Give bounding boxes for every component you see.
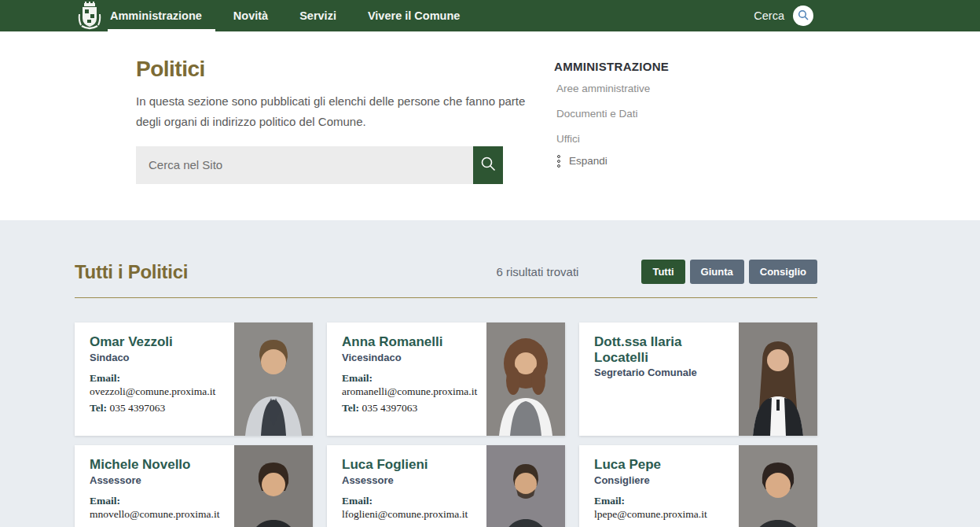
person-name: Luca Pepe xyxy=(594,457,732,473)
person-contact: Email: ovezzoli@comune.proxima.it Tel: 0… xyxy=(90,371,228,415)
person-photo xyxy=(234,322,313,436)
person-email: mnovello@comune.proxima.it xyxy=(90,508,219,520)
navbar-search-button[interactable] xyxy=(793,6,813,26)
site-search-bar xyxy=(136,146,503,184)
sidebar-expand-button[interactable]: Espandi xyxy=(554,155,758,168)
person-contact: Email: lpepe@comune.proxima.it Tel: 035 … xyxy=(594,494,732,527)
person-name: Michele Novello xyxy=(90,457,228,473)
person-role: Vicesindaco xyxy=(342,352,480,363)
person-name: Dott.ssa Ilaria Locatelli xyxy=(594,334,732,365)
magnifier-icon xyxy=(798,9,809,23)
page-title: Politici xyxy=(136,57,545,82)
person-email: ovezzoli@comune.proxima.it xyxy=(90,385,215,397)
person-role: Consigliere xyxy=(594,474,732,486)
person-photo xyxy=(486,445,565,527)
kebab-dots-icon xyxy=(554,155,560,168)
politician-card[interactable]: Luca Foglieni Assessore Email: lfoglieni… xyxy=(327,445,565,527)
person-email: aromanelli@comune.proxima.it xyxy=(342,385,477,397)
results-count: 6 risultati trovati xyxy=(496,265,578,278)
page-header-section: Politici In questa sezione sono pubblica… xyxy=(0,31,980,220)
politicians-results-section: Tutti i Politici 6 risultati trovati Tut… xyxy=(0,220,980,527)
sidebar-heading: AMMINISTRAZIONE xyxy=(554,60,758,73)
politician-card[interactable]: Luca Pepe Consigliere Email: lpepe@comun… xyxy=(579,445,817,527)
person-role: Segretario Comunale xyxy=(594,367,732,378)
person-role: Sindaco xyxy=(90,352,228,363)
nav-item-amministrazione[interactable]: Amministrazione xyxy=(110,0,202,31)
politician-card[interactable]: Omar Vezzoli Sindaco Email: ovezzoli@com… xyxy=(75,322,313,436)
divider xyxy=(75,297,817,298)
nav-item-novita[interactable]: Novità xyxy=(233,0,268,31)
page-intro: Politici In questa sezione sono pubblica… xyxy=(136,57,545,184)
person-tel: 035 4397063 xyxy=(362,402,417,414)
filter-button-giunta[interactable]: Giunta xyxy=(690,260,744,284)
sidebar-link-aree-amministrative[interactable]: Aree amministrative xyxy=(554,80,758,98)
tel-label: Tel: xyxy=(342,402,359,414)
person-contact: Email: aromanelli@comune.proxima.it Tel:… xyxy=(342,371,480,415)
results-header: Tutti i Politici 6 risultati trovati Tut… xyxy=(75,260,817,284)
filter-buttons: Tutti Giunta Consiglio xyxy=(641,260,817,284)
email-label: Email: xyxy=(342,495,373,507)
email-label: Email: xyxy=(90,495,120,507)
municipality-crest-logo xyxy=(77,2,102,31)
person-tel: 035 4397063 xyxy=(109,402,165,414)
person-tel: 035 4397063 xyxy=(614,525,670,527)
filter-button-tutti[interactable]: Tutti xyxy=(641,260,685,284)
site-search-input[interactable] xyxy=(136,146,473,184)
person-tel: 035 4397063 xyxy=(362,525,417,527)
email-label: Email: xyxy=(342,372,373,384)
expand-label: Espandi xyxy=(569,155,607,167)
person-name: Anna Romanelli xyxy=(342,334,480,350)
tel-label: Tel: xyxy=(342,525,359,527)
tel-label: Tel: xyxy=(594,525,611,527)
person-contact: Email: mnovello@comune.proxima.it Tel: 0… xyxy=(90,494,228,527)
sidebar-link-documenti-e-dati[interactable]: Documenti e Dati xyxy=(554,105,758,123)
tel-label: Tel: xyxy=(90,525,107,527)
person-name: Luca Foglieni xyxy=(342,457,480,473)
person-photo xyxy=(739,322,817,436)
politician-card[interactable]: Anna Romanelli Vicesindaco Email: aroman… xyxy=(327,322,565,436)
person-contact: Email: lfoglieni@comune.proxima.it Tel: … xyxy=(342,494,480,527)
main-navigation: Amministrazione Novità Servizi Vivere il… xyxy=(110,0,491,31)
person-role: Assessore xyxy=(342,474,480,486)
person-photo xyxy=(486,322,565,436)
page-description: In questa sezione sono pubblicati gli el… xyxy=(136,91,543,133)
person-email: lpepe@comune.proxima.it xyxy=(594,508,707,520)
sidebar-link-uffici[interactable]: Uffici xyxy=(554,131,758,149)
person-photo xyxy=(739,445,817,527)
person-email: lfoglieni@comune.proxima.it xyxy=(342,508,468,520)
site-search-button[interactable] xyxy=(473,146,503,184)
filter-button-consiglio[interactable]: Consiglio xyxy=(749,260,817,284)
person-photo xyxy=(234,445,313,527)
person-name: Omar Vezzoli xyxy=(90,334,228,350)
person-role: Assessore xyxy=(90,474,228,486)
nav-item-servizi[interactable]: Servizi xyxy=(299,0,336,31)
politician-card[interactable]: Michele Novello Assessore Email: mnovell… xyxy=(75,445,313,527)
magnifier-icon xyxy=(480,156,496,174)
nav-item-vivere-il-comune[interactable]: Vivere il Comune xyxy=(368,0,460,31)
email-label: Email: xyxy=(594,495,625,507)
administration-sidebar: AMMINISTRAZIONE Aree amministrative Docu… xyxy=(554,60,758,168)
results-title: Tutti i Politici xyxy=(75,261,188,283)
search-label: Cerca xyxy=(754,9,784,22)
email-label: Email: xyxy=(90,372,120,384)
top-navbar: Amministrazione Novità Servizi Vivere il… xyxy=(0,0,980,31)
tel-label: Tel: xyxy=(90,402,107,414)
navbar-search-area: Cerca xyxy=(754,6,813,26)
person-tel: 035 4397063 xyxy=(109,525,165,527)
politician-card[interactable]: Dott.ssa Ilaria Locatelli Segretario Com… xyxy=(579,322,817,436)
politicians-card-grid: Omar Vezzoli Sindaco Email: ovezzoli@com… xyxy=(75,322,817,527)
